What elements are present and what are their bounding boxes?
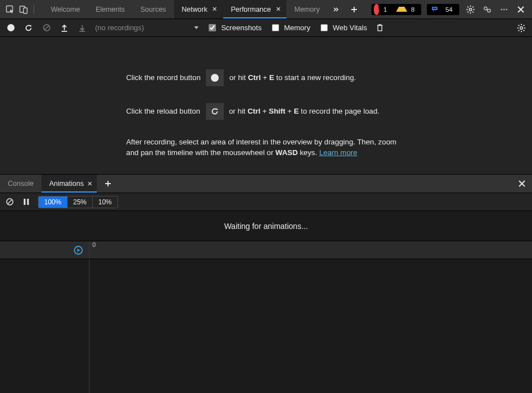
- svg-rect-3: [433, 8, 436, 8]
- checkbox-label: Web Vitals: [333, 24, 368, 32]
- kbd-e: E: [269, 73, 274, 82]
- text: or hit: [229, 107, 247, 115]
- speed-10-button[interactable]: 10%: [93, 196, 117, 208]
- svg-point-23: [520, 26, 523, 29]
- tab-welcome[interactable]: Welcome: [43, 0, 88, 18]
- tab-elements[interactable]: Elements: [88, 0, 133, 18]
- no-recordings-label: (no recordings): [95, 24, 144, 32]
- close-devtools-button[interactable]: [515, 4, 526, 15]
- chevron-down-icon: [194, 26, 199, 29]
- anim-timeline-scale[interactable]: 0: [90, 241, 532, 259]
- more-tabs-chevron[interactable]: [327, 0, 345, 18]
- text: +: [260, 107, 269, 115]
- checkbox-label: Memory: [284, 24, 310, 32]
- plus-icon: [105, 180, 111, 187]
- devtools-tabstrip: Welcome Elements Sources Network ✕ Perfo…: [0, 0, 532, 19]
- gc-button[interactable]: [375, 23, 385, 33]
- text: or hit: [229, 73, 248, 82]
- warning-icon: [396, 7, 407, 12]
- kbd-shift: Shift: [269, 107, 286, 115]
- more-options-button[interactable]: [498, 4, 510, 15]
- load-profile-button[interactable]: [59, 23, 69, 33]
- svg-rect-2: [23, 8, 27, 13]
- performance-landing: Click the record button or hit Ctrl + E …: [0, 37, 532, 175]
- anim-pause-button[interactable]: [21, 197, 31, 207]
- speed-25-button[interactable]: 25%: [68, 196, 93, 208]
- chevron-double-right-icon: [333, 6, 340, 13]
- text: keys.: [298, 148, 319, 157]
- svg-line-9: [468, 6, 469, 7]
- waiting-text: Waiting for animations...: [224, 222, 308, 231]
- svg-line-11: [468, 11, 469, 12]
- reload-icon: [24, 24, 33, 32]
- recordings-dropdown[interactable]: (no recordings): [95, 24, 199, 32]
- speed-100-button[interactable]: 100%: [39, 196, 68, 208]
- record-button-inline[interactable]: [206, 69, 224, 86]
- anim-replay-button[interactable]: [73, 245, 83, 255]
- message-count: 54: [443, 4, 456, 15]
- clear-button[interactable]: [41, 23, 51, 33]
- feedback-icon: [483, 5, 492, 14]
- drawer-close-button[interactable]: [516, 178, 528, 189]
- text: +: [285, 107, 294, 115]
- landing-line-2: Click the reload button or hit Ctrl + Sh…: [126, 103, 406, 120]
- anim-timeline-body: [0, 259, 532, 393]
- drawer-add-tab-button[interactable]: [102, 178, 114, 189]
- plus-icon: [351, 6, 357, 13]
- svg-line-10: [473, 11, 474, 12]
- inspect-element-icon[interactable]: [4, 4, 16, 15]
- message-icon: [429, 4, 441, 15]
- landing-line-1: Click the record button or hit Ctrl + E …: [126, 69, 406, 86]
- record-icon: [7, 24, 15, 31]
- tab-label: Welcome: [51, 6, 80, 13]
- webvitals-checkbox[interactable]: Web Vitals: [318, 22, 368, 33]
- tab-sources[interactable]: Sources: [133, 0, 174, 18]
- text: +: [261, 73, 269, 82]
- close-icon[interactable]: ✕: [87, 180, 92, 188]
- svg-line-20: [44, 26, 49, 30]
- tab-label: Performance: [231, 6, 271, 13]
- close-icon[interactable]: ✕: [211, 6, 219, 13]
- svg-point-18: [506, 8, 507, 10]
- capture-settings-button[interactable]: [516, 23, 526, 33]
- device-toolbar-icon[interactable]: [18, 4, 29, 15]
- performance-toolbar: (no recordings) Screenshots Memory Web V…: [0, 19, 532, 37]
- text: to start a new recording.: [274, 73, 356, 82]
- add-tab-button[interactable]: [345, 0, 363, 18]
- issue-badges[interactable]: ×1 8: [371, 4, 421, 15]
- reload-button-inline[interactable]: [206, 103, 224, 120]
- message-badge[interactable]: 54: [427, 4, 459, 15]
- tab-performance[interactable]: Performance ✕: [223, 0, 287, 18]
- reload-record-button[interactable]: [23, 23, 34, 33]
- upload-icon: [60, 24, 68, 32]
- kbd-ctrl: Ctrl: [247, 107, 260, 115]
- gear-icon: [517, 24, 526, 32]
- clear-icon: [43, 24, 51, 32]
- drawer-tab-animations[interactable]: Animations ✕: [41, 175, 97, 193]
- error-icon: ×: [374, 4, 379, 15]
- kbd-ctrl: Ctrl: [248, 73, 261, 82]
- text: Click the record button: [126, 73, 203, 82]
- tab-label: Console: [8, 180, 34, 188]
- checkbox-input[interactable]: [209, 24, 216, 31]
- learn-more-link[interactable]: Learn more: [319, 148, 357, 157]
- drawer-tab-console[interactable]: Console: [0, 175, 41, 193]
- dots-horizontal-icon: [500, 6, 508, 13]
- svg-line-30: [519, 30, 520, 31]
- svg-point-16: [501, 8, 502, 10]
- tab-label: Network: [182, 6, 208, 13]
- checkbox-input[interactable]: [272, 24, 279, 31]
- settings-button[interactable]: [465, 4, 476, 15]
- anim-clear-button[interactable]: [4, 197, 15, 207]
- feedback-button[interactable]: [482, 4, 493, 15]
- tab-network[interactable]: Network ✕: [174, 0, 223, 18]
- screenshots-checkbox[interactable]: Screenshots: [206, 22, 261, 33]
- tab-memory[interactable]: Memory: [286, 0, 327, 18]
- download-icon: [78, 24, 86, 32]
- save-profile-button[interactable]: [77, 23, 87, 33]
- checkbox-input[interactable]: [321, 24, 328, 31]
- close-icon[interactable]: ✕: [274, 6, 282, 13]
- memory-checkbox[interactable]: Memory: [270, 22, 310, 33]
- tab-label: Animations: [49, 180, 84, 188]
- record-button[interactable]: [6, 23, 16, 33]
